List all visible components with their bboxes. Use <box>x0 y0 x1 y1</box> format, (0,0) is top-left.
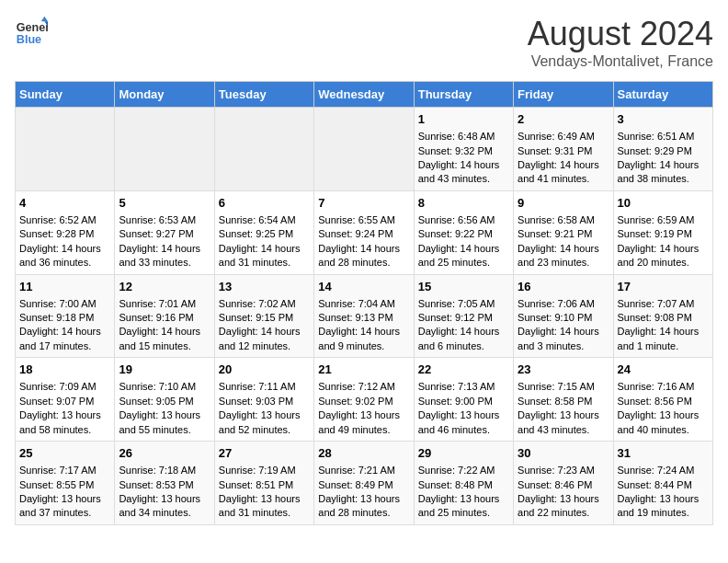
calendar-cell: 10Sunrise: 6:59 AMSunset: 9:19 PMDayligh… <box>613 190 712 274</box>
daylight-text: Daylight: 13 hours and 58 minutes. <box>19 408 110 437</box>
sunrise-text: Sunrise: 6:59 AM <box>618 213 709 227</box>
calendar-cell: 16Sunrise: 7:06 AMSunset: 9:10 PMDayligh… <box>514 274 613 358</box>
calendar-cell: 29Sunrise: 7:22 AMSunset: 8:48 PMDayligh… <box>414 442 513 525</box>
weekday-header-saturday: Saturday <box>613 82 712 108</box>
calendar-cell: 18Sunrise: 7:09 AMSunset: 9:07 PMDayligh… <box>16 358 115 442</box>
day-number: 22 <box>418 362 509 378</box>
calendar-cell: 13Sunrise: 7:02 AMSunset: 9:15 PMDayligh… <box>214 274 313 358</box>
sunrise-text: Sunrise: 7:09 AM <box>19 380 110 394</box>
sunset-text: Sunset: 9:29 PM <box>618 144 709 158</box>
calendar-cell: 11Sunrise: 7:00 AMSunset: 9:18 PMDayligh… <box>16 274 115 358</box>
day-number: 18 <box>19 362 110 378</box>
calendar-cell <box>115 108 214 191</box>
svg-marker-2 <box>41 17 48 21</box>
sunset-text: Sunset: 9:10 PM <box>518 311 609 325</box>
sunset-text: Sunset: 8:53 PM <box>119 478 210 492</box>
sunrise-text: Sunrise: 7:02 AM <box>219 297 310 311</box>
sunrise-text: Sunrise: 7:15 AM <box>518 380 609 394</box>
calendar-cell: 30Sunrise: 7:23 AMSunset: 8:46 PMDayligh… <box>514 442 613 525</box>
sunset-text: Sunset: 9:07 PM <box>19 395 110 408</box>
sunrise-text: Sunrise: 7:16 AM <box>618 380 709 394</box>
weekday-header-sunday: Sunday <box>16 82 115 108</box>
daylight-text: Daylight: 13 hours and 25 minutes. <box>418 492 509 521</box>
week-row-3: 11Sunrise: 7:00 AMSunset: 9:18 PMDayligh… <box>16 274 713 358</box>
day-number: 5 <box>119 195 210 212</box>
sunset-text: Sunset: 9:24 PM <box>318 227 409 241</box>
daylight-text: Daylight: 14 hours and 9 minutes. <box>318 325 409 353</box>
sunrise-text: Sunrise: 7:23 AM <box>518 464 609 477</box>
week-row-5: 25Sunrise: 7:17 AMSunset: 8:55 PMDayligh… <box>16 442 713 525</box>
sunrise-text: Sunrise: 6:58 AM <box>518 213 609 227</box>
daylight-text: Daylight: 14 hours and 12 minutes. <box>219 325 310 353</box>
sunrise-text: Sunrise: 6:54 AM <box>219 213 310 227</box>
daylight-text: Daylight: 13 hours and 46 minutes. <box>418 408 509 437</box>
calendar-cell: 27Sunrise: 7:19 AMSunset: 8:51 PMDayligh… <box>214 442 313 525</box>
sunset-text: Sunset: 8:56 PM <box>618 395 709 408</box>
weekday-header-monday: Monday <box>115 82 214 108</box>
day-number: 17 <box>618 279 709 295</box>
day-number: 20 <box>219 362 310 378</box>
weekday-header-thursday: Thursday <box>414 82 513 108</box>
week-row-4: 18Sunrise: 7:09 AMSunset: 9:07 PMDayligh… <box>16 358 713 442</box>
daylight-text: Daylight: 13 hours and 40 minutes. <box>618 408 709 437</box>
daylight-text: Daylight: 14 hours and 38 minutes. <box>618 158 709 187</box>
sunrise-text: Sunrise: 7:10 AM <box>119 380 210 394</box>
sunrise-text: Sunrise: 6:56 AM <box>418 213 509 227</box>
calendar-cell: 3Sunrise: 6:51 AMSunset: 9:29 PMDaylight… <box>613 108 712 191</box>
day-number: 9 <box>518 195 609 212</box>
daylight-text: Daylight: 14 hours and 17 minutes. <box>19 325 110 353</box>
daylight-text: Daylight: 14 hours and 15 minutes. <box>119 325 210 353</box>
header: General Blue August 2024 Vendays-Montali… <box>15 15 713 70</box>
main-title: August 2024 <box>528 15 713 53</box>
calendar-cell: 25Sunrise: 7:17 AMSunset: 8:55 PMDayligh… <box>16 442 115 525</box>
daylight-text: Daylight: 13 hours and 34 minutes. <box>119 492 210 521</box>
daylight-text: Daylight: 14 hours and 36 minutes. <box>19 242 110 270</box>
calendar-cell: 12Sunrise: 7:01 AMSunset: 9:16 PMDayligh… <box>115 274 214 358</box>
day-number: 29 <box>418 445 509 462</box>
daylight-text: Daylight: 13 hours and 37 minutes. <box>19 492 110 521</box>
sunset-text: Sunset: 8:55 PM <box>19 478 110 492</box>
calendar-cell: 20Sunrise: 7:11 AMSunset: 9:03 PMDayligh… <box>214 358 313 442</box>
daylight-text: Daylight: 14 hours and 33 minutes. <box>119 242 210 270</box>
calendar-cell: 1Sunrise: 6:48 AMSunset: 9:32 PMDaylight… <box>414 108 513 191</box>
calendar-cell: 31Sunrise: 7:24 AMSunset: 8:44 PMDayligh… <box>613 442 712 525</box>
sunrise-text: Sunrise: 7:07 AM <box>618 297 709 311</box>
daylight-text: Daylight: 14 hours and 1 minute. <box>618 325 709 353</box>
calendar-cell: 2Sunrise: 6:49 AMSunset: 9:31 PMDaylight… <box>514 108 613 191</box>
daylight-text: Daylight: 13 hours and 22 minutes. <box>518 492 609 521</box>
weekday-header-row: SundayMondayTuesdayWednesdayThursdayFrid… <box>16 82 713 108</box>
calendar-cell: 4Sunrise: 6:52 AMSunset: 9:28 PMDaylight… <box>16 190 115 274</box>
week-row-2: 4Sunrise: 6:52 AMSunset: 9:28 PMDaylight… <box>16 190 713 274</box>
day-number: 19 <box>119 362 210 378</box>
day-number: 1 <box>418 111 509 128</box>
sunrise-text: Sunrise: 7:01 AM <box>119 297 210 311</box>
day-number: 28 <box>318 445 409 462</box>
calendar-cell: 8Sunrise: 6:56 AMSunset: 9:22 PMDaylight… <box>414 190 513 274</box>
calendar-cell: 6Sunrise: 6:54 AMSunset: 9:25 PMDaylight… <box>214 190 313 274</box>
daylight-text: Daylight: 13 hours and 28 minutes. <box>318 492 409 521</box>
subtitle: Vendays-Montalivet, France <box>528 53 713 70</box>
sunset-text: Sunset: 9:02 PM <box>318 395 409 408</box>
sunrise-text: Sunrise: 7:19 AM <box>219 464 310 477</box>
sunset-text: Sunset: 9:12 PM <box>418 311 509 325</box>
sunset-text: Sunset: 9:15 PM <box>219 311 310 325</box>
calendar-cell: 22Sunrise: 7:13 AMSunset: 9:00 PMDayligh… <box>414 358 513 442</box>
sunset-text: Sunset: 8:49 PM <box>318 478 409 492</box>
title-area: August 2024 Vendays-Montalivet, France <box>528 15 713 70</box>
day-number: 30 <box>518 445 609 462</box>
weekday-header-friday: Friday <box>514 82 613 108</box>
sunrise-text: Sunrise: 7:13 AM <box>418 380 509 394</box>
daylight-text: Daylight: 14 hours and 25 minutes. <box>418 242 509 270</box>
calendar-cell: 28Sunrise: 7:21 AMSunset: 8:49 PMDayligh… <box>314 442 414 525</box>
calendar-cell: 5Sunrise: 6:53 AMSunset: 9:27 PMDaylight… <box>115 190 214 274</box>
day-number: 25 <box>19 445 110 462</box>
sunset-text: Sunset: 8:48 PM <box>418 478 509 492</box>
sunrise-text: Sunrise: 6:49 AM <box>518 130 609 144</box>
day-number: 7 <box>318 195 409 212</box>
day-number: 21 <box>318 362 409 378</box>
daylight-text: Daylight: 13 hours and 52 minutes. <box>219 408 310 437</box>
day-number: 11 <box>19 279 110 295</box>
daylight-text: Daylight: 14 hours and 41 minutes. <box>518 158 609 187</box>
sunrise-text: Sunrise: 7:04 AM <box>318 297 409 311</box>
sunrise-text: Sunrise: 7:18 AM <box>119 464 210 477</box>
